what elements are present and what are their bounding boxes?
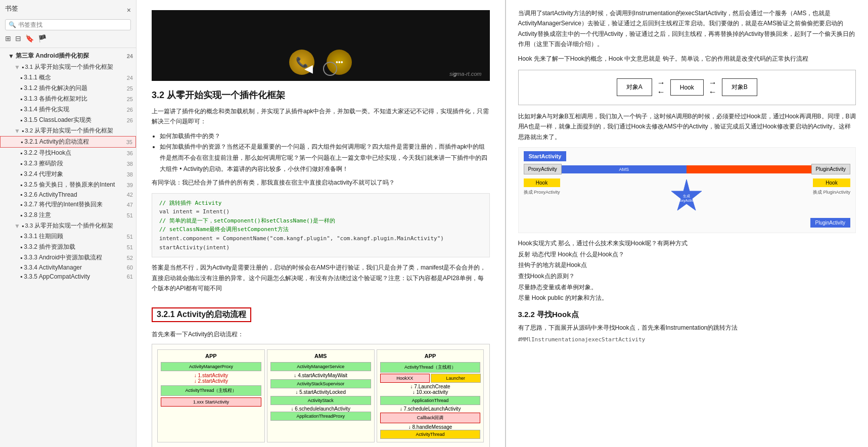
sidebar: 书签 × 🔍 ⊞ ⊟ 🔖 🏴 ▼ 第三章 Android插件化初探 24 ▼ ▪… xyxy=(0,0,136,447)
hook-explanation: 比如对象A与对象B互相调用，我们加入一个钩子，这时候A调用B的时候，必须要经过H… xyxy=(518,111,856,142)
hook-box-hook: Hook xyxy=(670,79,704,96)
svg-text:ProxyActivity: ProxyActivity xyxy=(676,199,697,203)
section-322-text: 有了思路，下面展开从源码中来寻找Hook点，首先来看Instrumentatio… xyxy=(518,323,856,334)
page-icon-15: ▪ xyxy=(20,244,22,251)
replace-right: 换成 PluginActivity xyxy=(813,189,850,196)
sidebar-tree: ▼ 第三章 Android插件化初探 24 ▼ ▪ 3.1 从零开始实现一个插件… xyxy=(0,48,136,447)
sidebar-item-3.2[interactable]: ▼ ▪ 3.2 从零开始实现一个插件化框架 xyxy=(0,125,136,136)
app1-column: APP ActivityManagerProxy ↓ 1.startActivi… xyxy=(157,349,265,442)
search-input[interactable] xyxy=(18,21,127,28)
toolbar-icon-layout2[interactable]: ⊟ xyxy=(15,34,21,42)
app2-arrow: ↓ 7.LaunchCreate xyxy=(380,384,481,389)
phone-screenshot: 📞 ••• ◀ sigma-rt.com xyxy=(152,10,490,81)
ass-box: ActivityStackSupervisor xyxy=(270,379,371,388)
sidebar-search-box[interactable]: 🔍 xyxy=(5,19,131,30)
toolbar-icon-bookmark[interactable]: 🔖 xyxy=(25,34,34,42)
activity-flow-diagram: APP ActivityManagerProxy ↓ 1.startActivi… xyxy=(152,344,490,447)
sidebar-item-3.3.3[interactable]: ▪ 3.3.3 Android中资源加载流程 52 xyxy=(0,252,136,263)
start-activity-badge: StartActivity xyxy=(524,151,567,161)
starburst-svg: 生成 ProxyActivity xyxy=(669,178,704,214)
doc-page-right[interactable]: 当调用了startActivity方法的时候，会调用到Instrumentati… xyxy=(506,0,869,447)
page-icon-3: ▪ xyxy=(20,96,22,103)
sidebar-item-3.2-label: 3.2 从零开始实现一个插件化框架 xyxy=(25,127,113,135)
toolbar-icon-layout1[interactable]: ⊞ xyxy=(5,34,11,42)
page-icon-11: ▪ xyxy=(20,191,22,198)
ams-label: AMS xyxy=(270,353,371,359)
sidebar-item-3.3.5[interactable]: ▪ 3.3.5 AppCompatActivity 61 xyxy=(0,272,136,281)
expand-icon-3.3: ▼ xyxy=(14,222,20,230)
bullet-item-2: 如何加载插件中的资源？当然还不是最重要的一个问题，四大组件如何调用呢？四大组件是… xyxy=(160,142,490,174)
intro-text: 上一篇讲了插件化的概念和类加载机制，并实现了从插件apk中合并，并加载一类。不知… xyxy=(152,106,490,127)
sub-section-title: 3.2.1 Activity的启动流程 xyxy=(152,307,251,322)
expand-icon: ▼ xyxy=(8,53,14,60)
sa-blue-line: AMS xyxy=(562,165,687,173)
sidebar-item-3.2.8[interactable]: ▪ 3.2.8 注意 51 xyxy=(0,210,136,220)
sidebar-item-3.1.1[interactable]: ▪ 3.1.1 概念 24 xyxy=(0,72,136,83)
sidebar-item-3.3[interactable]: ▼ ▪ 3.3 从零开始实现一个插件化框架 xyxy=(0,220,136,231)
sidebar-item-3.3.2[interactable]: ▪ 3.3.2 插件资源加载 51 xyxy=(0,242,136,252)
sub-section-header: 3.2.1 Activity的启动流程 xyxy=(152,300,490,325)
page-icon-17: ▪ xyxy=(20,264,22,271)
sidebar-item-3.2.7[interactable]: ▪ 3.2.7 将代理的Intent替换回来 47 xyxy=(0,199,136,210)
find-hook-detail2: 尽量 Hook public 的对象和方法。 xyxy=(518,293,856,304)
amp-box: ActivityManagerProxy xyxy=(161,362,261,371)
code-line-3: // 简单的就是一下，setComponent()和setClassName()… xyxy=(159,216,482,226)
page-icon-2: ▪ xyxy=(20,85,22,92)
page-icon-8: ▪ xyxy=(20,160,22,167)
at2-box: ActivityThread（主线程） xyxy=(380,362,481,373)
sa-proxy-box: ProxyActivity xyxy=(524,164,562,174)
question-text: 有同学说：我已经合并了插件的所有类，那我直接在宿主中直接启动activity不就… xyxy=(152,177,490,188)
sa-label-row: StartActivity xyxy=(524,153,851,160)
sidebar-item-3.2.5[interactable]: ▪ 3.2.5 偷天换日，替换原来的Intent 39 xyxy=(0,180,136,190)
hook-left: Hook 换成 ProxyActivity xyxy=(524,178,560,196)
app2-arrow3: ↓ 7.scheduleLaunchActivity xyxy=(380,406,481,412)
sidebar-item-3.1.5[interactable]: ▪ 3.1.5 ClassLoader实现类 26 xyxy=(0,115,136,125)
instrumentation-ref: #MMlInstrumentationajexecStartActivity xyxy=(518,336,856,343)
expand-icon-3.1: ▼ xyxy=(14,64,20,71)
hook-box-a: 对象A xyxy=(617,78,652,96)
plugin-activity-bottom: PluginActivity xyxy=(810,218,850,228)
atp-box: ApplicationThreadProxy xyxy=(270,412,371,421)
code-line-5: intent.component = ComponentName("com.ka… xyxy=(159,234,482,243)
sidebar-toolbar: ⊞ ⊟ 🔖 🏴 xyxy=(5,33,131,43)
ams-column: AMS ActivityManagerService ↓ 4.startActi… xyxy=(267,349,375,442)
app-thread-box: ApplicationThread xyxy=(380,396,481,405)
close-button[interactable]: × xyxy=(127,6,131,14)
page-icon-7: ▪ xyxy=(20,150,22,157)
hook-intro: Hook 先来了解一下Hook的概念，Hook 中文意思就是 钩子。简单说，它的… xyxy=(518,54,856,64)
hook-diagram: 对象A → ← Hook → ← 对象B xyxy=(518,70,856,105)
sidebar-item-3.1.2[interactable]: ▪ 3.1.2 插件化解决的问题 25 xyxy=(0,83,136,94)
find-hook-detail1: 尽量静态变量或者单例对象。 xyxy=(518,282,856,293)
app2-row: HookXX Launcher xyxy=(380,374,481,383)
page-icon-18: ▪ xyxy=(20,273,22,280)
toolbar-icon-flag[interactable]: 🏴 xyxy=(38,34,47,42)
sidebar-item-3.3.4[interactable]: ▪ 3.3.4 ActivityManager 60 xyxy=(0,263,136,272)
bullet-list: 如何加载插件中的类？ 如何加载插件中的资源？当然还不是最重要的一个问题，四大组件… xyxy=(160,131,490,174)
sidebar-item-3.2.4[interactable]: ▪ 3.2.4 代理对象 38 xyxy=(0,169,136,180)
sidebar-item-3.1[interactable]: ▼ ▪ 3.1 从零开始实现一个插件化框架 xyxy=(0,62,136,72)
sidebar-item-3.2.6[interactable]: ▪ 3.2.6 ActivityThread 42 xyxy=(0,190,136,199)
launcher-box: Launcher xyxy=(431,374,480,383)
sidebar-item-3.2.3[interactable]: ▪ 3.2.3 擦码阶段 38 xyxy=(0,158,136,169)
sidebar-item-3.1.3[interactable]: ▪ 3.1.3 各插件化框架对比 25 xyxy=(0,94,136,104)
hook-box-b: 对象B xyxy=(722,78,757,96)
doc-page-left[interactable]: 📞 ••• ◀ sigma-rt.com 3.2 从零开始实现一个插件化框架 上… xyxy=(136,0,506,447)
hook-methods-title: Hook实现方式 那么，通过什么技术来实现Hook呢？有两种方式 xyxy=(518,238,856,249)
sidebar-item-3.1-label: 3.1 从零开始实现一个插件化框架 xyxy=(25,63,113,71)
hook-box-app2: HookXX xyxy=(380,374,430,383)
page-icon-6: ▪ xyxy=(21,139,23,146)
arrow-down-1: ↓ 1.startActivity xyxy=(161,373,261,378)
ams-arrow2: ↓ 5.startActivityLocked xyxy=(270,389,371,395)
sidebar-item-3.3.1[interactable]: ▪ 3.3.1 往期回顾 51 xyxy=(0,231,136,242)
sidebar-item-3.1.4[interactable]: ▪ 3.1.4 插件化实现 26 xyxy=(0,104,136,115)
app2-column: APP ActivityThread（主线程） HookXX Launcher … xyxy=(377,349,484,442)
hook-method2: 挂钩子的地方就是Hook点 xyxy=(518,260,856,271)
expand-icon-3.2: ▼ xyxy=(14,127,20,135)
sidebar-item-ch3[interactable]: ▼ 第三章 Android插件化初探 24 xyxy=(0,50,136,62)
page-icon-12: ▪ xyxy=(20,201,22,208)
sidebar-item-3.2.1[interactable]: ▪ 3.2.1 Activity的启动流程 35 xyxy=(0,136,136,148)
page-icon-14: ▪ xyxy=(20,233,22,240)
lsa-box: 1.xxx StartActivity xyxy=(161,397,261,407)
hook-right: Hook 换成 PluginActivity xyxy=(813,178,850,196)
sidebar-item-3.2.2[interactable]: ▪ 3.2.2 寻找Hook点 36 xyxy=(0,148,136,158)
